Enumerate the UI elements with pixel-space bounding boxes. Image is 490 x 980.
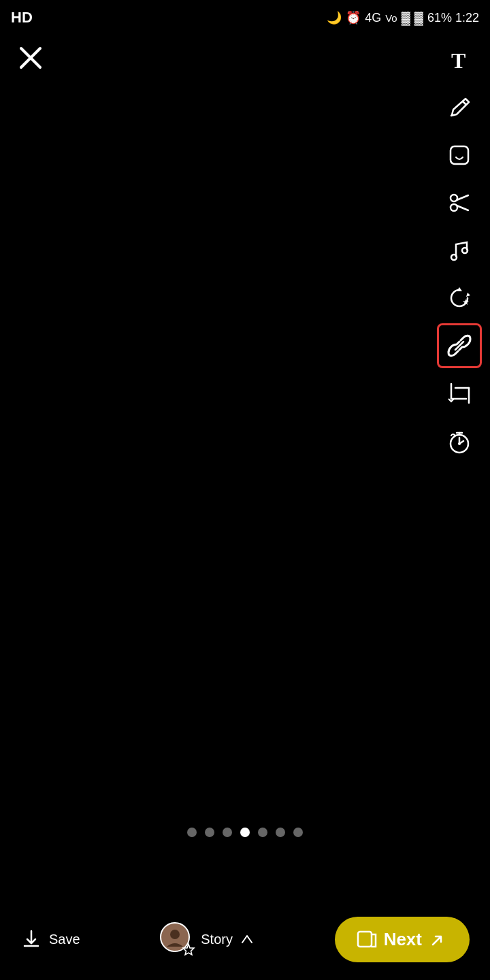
status-hd: HD xyxy=(11,9,33,27)
next-label: Next xyxy=(384,929,422,950)
bottom-bar: Save Story xyxy=(0,898,490,980)
svg-text:T: T xyxy=(451,48,466,73)
svg-marker-10 xyxy=(457,287,462,291)
svg-point-23 xyxy=(458,442,461,445)
status-bar: HD 🌙 ⏰ 4G Vo ▓ ▓ 61% 1:22 xyxy=(0,0,490,35)
moon-icon: 🌙 xyxy=(327,10,342,25)
right-toolbar: T xyxy=(437,37,482,463)
story-arrow-icon xyxy=(240,932,255,947)
svg-point-8 xyxy=(451,255,457,260)
save-icon xyxy=(20,928,42,950)
alarm-icon: ⏰ xyxy=(346,10,361,25)
save-label: Save xyxy=(49,932,80,947)
signal-icon2: ▓ xyxy=(414,11,423,25)
svg-rect-3 xyxy=(451,146,468,164)
next-arrow-icon xyxy=(429,930,448,949)
next-button[interactable]: Next xyxy=(335,917,470,962)
story-add-icon xyxy=(180,943,197,959)
battery-text: 61% 1:22 xyxy=(427,11,479,25)
story-button[interactable]: Story xyxy=(160,922,255,956)
dot-4[interactable] xyxy=(240,828,250,837)
dot-3[interactable] xyxy=(223,828,232,837)
svg-text:★: ★ xyxy=(462,297,470,307)
save-button[interactable]: Save xyxy=(20,928,80,950)
status-right: 🌙 ⏰ 4G Vo ▓ ▓ 61% 1:22 xyxy=(327,10,479,25)
svg-rect-25 xyxy=(358,932,372,947)
dot-7[interactable] xyxy=(293,828,303,837)
svg-marker-11 xyxy=(466,293,470,297)
svg-point-24 xyxy=(170,930,180,939)
effects-tool[interactable]: ★ xyxy=(437,276,482,321)
network-volte: Vo xyxy=(385,12,397,24)
dot-6[interactable] xyxy=(276,828,285,837)
pen-tool[interactable] xyxy=(437,85,482,130)
network-4g: 4G xyxy=(365,11,381,25)
text-tool[interactable]: T xyxy=(437,37,482,82)
music-tool[interactable] xyxy=(437,228,482,273)
sticker-tool[interactable] xyxy=(437,133,482,178)
close-button[interactable] xyxy=(14,41,48,75)
scissors-tool[interactable] xyxy=(437,180,482,225)
svg-line-7 xyxy=(457,206,468,210)
dot-2[interactable] xyxy=(205,828,214,837)
svg-line-6 xyxy=(457,195,468,200)
next-send-icon xyxy=(357,929,377,949)
crop-tool[interactable] xyxy=(437,371,482,416)
signal-icon: ▓ xyxy=(402,11,410,25)
story-label: Story xyxy=(201,932,233,947)
svg-point-9 xyxy=(462,248,468,253)
dot-1[interactable] xyxy=(187,828,197,837)
pagination-dots xyxy=(187,828,303,837)
dot-5[interactable] xyxy=(258,828,267,837)
link-tool[interactable] xyxy=(437,323,482,368)
timer-tool[interactable] xyxy=(437,419,482,463)
